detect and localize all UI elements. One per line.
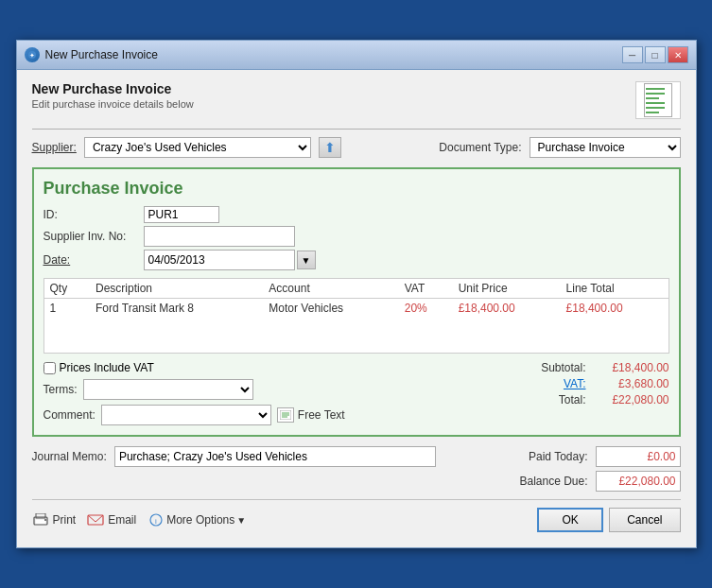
title-bar-left: ✦ New Purchase Invoice — [25, 47, 158, 62]
col-qty: Qty — [44, 279, 90, 299]
email-icon — [87, 513, 104, 527]
balance-due-input[interactable] — [596, 471, 681, 492]
journal-section: Journal Memo: Paid Today: Balance Due: — [32, 446, 681, 492]
svg-point-9 — [44, 519, 46, 521]
header-divider — [32, 129, 681, 130]
comment-select[interactable] — [101, 405, 271, 425]
ok-button[interactable]: OK — [537, 508, 603, 532]
subtotal-label: Subtotal: — [530, 361, 586, 374]
terms-row: Terms: — [43, 379, 345, 400]
svg-text:i: i — [155, 517, 157, 526]
comment-label: Comment: — [43, 408, 96, 422]
invoice-fields: ID: PUR1 Supplier Inv. No: Date: ▼ — [43, 206, 669, 270]
minimize-button[interactable]: ─ — [622, 46, 643, 63]
paid-today-label: Paid Today: — [529, 450, 588, 463]
doc-type-section: Document Type: Purchase Invoice — [439, 137, 680, 158]
page-header: New Purchase Invoice Edit purchase invoi… — [32, 81, 681, 119]
page-title: New Purchase Invoice — [32, 81, 194, 96]
paid-balance-section: Paid Today: Balance Due: — [519, 446, 680, 492]
svg-rect-7 — [36, 520, 45, 524]
doc-type-select[interactable]: Purchase Invoice — [530, 137, 681, 158]
invoice-table-wrap: Qty Description Account VAT Unit Price L… — [43, 278, 669, 354]
subtotal-value: £18,400.00 — [594, 361, 669, 374]
journal-input[interactable] — [114, 446, 436, 467]
icon-line-3 — [646, 97, 659, 99]
col-account: Account — [263, 279, 398, 299]
invoice-title: Purchase Invoice — [43, 179, 669, 199]
invoice-bottom-right: Subtotal: £18,400.00 VAT: £3,680.00 Tota… — [530, 361, 669, 406]
invoice-table: Qty Description Account VAT Unit Price L… — [44, 279, 669, 318]
supplier-inv-input[interactable] — [144, 226, 295, 247]
terms-select[interactable] — [83, 379, 253, 400]
paid-today-row: Paid Today: — [529, 446, 681, 467]
title-bar: ✦ New Purchase Invoice ─ □ ✕ — [17, 41, 696, 70]
page-subtitle: Edit purchase invoice details below — [32, 98, 194, 110]
date-input[interactable] — [144, 250, 295, 270]
table-body: 1 Ford Transit Mark 8 Motor Vehicles 20%… — [44, 299, 669, 319]
document-icon — [635, 81, 681, 119]
vat-label[interactable]: VAT: — [530, 377, 586, 390]
more-options-label: More Options — [166, 513, 234, 527]
date-label: Date: — [43, 253, 138, 267]
total-row: Total: £22,080.00 — [530, 393, 669, 406]
prices-include-vat-row: Prices Include VAT — [43, 361, 345, 374]
window-controls: ─ □ ✕ — [622, 46, 688, 63]
journal-label: Journal Memo: — [32, 450, 107, 463]
icon-lines — [646, 88, 665, 113]
doc-type-label: Document Type: — [439, 141, 521, 154]
paid-today-input[interactable] — [596, 446, 681, 467]
cell-vat: 20% — [399, 299, 453, 319]
cell-account: Motor Vehicles — [263, 299, 398, 319]
supplier-inv-row: Supplier Inv. No: — [43, 226, 669, 247]
date-picker-button[interactable]: ▼ — [297, 251, 316, 269]
date-row: Date: ▼ — [43, 250, 669, 270]
email-label: Email — [108, 513, 136, 527]
maximize-button[interactable]: □ — [645, 46, 666, 63]
footer-left: Print Email i More Options ▼ — [32, 513, 247, 527]
svg-text:✦: ✦ — [29, 52, 35, 59]
vat-value: £3,680.00 — [594, 377, 669, 390]
table-row: 1 Ford Transit Mark 8 Motor Vehicles 20%… — [44, 299, 669, 319]
id-row: ID: PUR1 — [43, 206, 669, 223]
cancel-button[interactable]: Cancel — [609, 508, 680, 532]
print-label: Print — [53, 513, 77, 527]
balance-due-label: Balance Due: — [519, 475, 587, 488]
close-button[interactable]: ✕ — [668, 46, 688, 63]
invoice-box: Purchase Invoice ID: PUR1 Supplier Inv. … — [32, 167, 681, 437]
invoice-bottom: Prices Include VAT Terms: Comment: — [43, 361, 669, 425]
vat-row: VAT: £3,680.00 — [530, 377, 669, 390]
prices-include-vat-checkbox[interactable] — [43, 362, 56, 374]
icon-line-1 — [646, 88, 665, 90]
more-options-button[interactable]: i More Options ▼ — [148, 513, 246, 527]
comment-row: Comment: Free Text — [43, 405, 345, 425]
more-options-arrow: ▼ — [236, 515, 246, 526]
table-header: Qty Description Account VAT Unit Price L… — [44, 279, 669, 299]
main-window: ✦ New Purchase Invoice ─ □ ✕ New Purchas… — [16, 40, 697, 548]
col-unit-price: Unit Price — [453, 279, 561, 299]
col-description: Description — [90, 279, 263, 299]
free-text-button[interactable]: Free Text — [277, 407, 345, 423]
email-button[interactable]: Email — [87, 513, 136, 527]
col-vat: VAT — [399, 279, 453, 299]
header-text: New Purchase Invoice Edit purchase invoi… — [32, 81, 194, 110]
subtotal-row: Subtotal: £18,400.00 — [530, 361, 669, 374]
supplier-inv-label: Supplier Inv. No: — [43, 230, 138, 243]
col-line-total: Line Total — [561, 279, 669, 299]
invoice-bottom-left: Prices Include VAT Terms: Comment: — [43, 361, 345, 425]
supplier-select[interactable]: Crazy Joe's Used Vehicles — [84, 137, 311, 158]
print-button[interactable]: Print — [32, 513, 77, 527]
footer-right: OK Cancel — [537, 508, 680, 532]
journal-row: Journal Memo: — [32, 446, 436, 467]
date-input-wrap: ▼ — [144, 250, 316, 270]
supplier-lookup-button[interactable]: ⬆ — [319, 137, 341, 158]
id-value: PUR1 — [144, 206, 219, 223]
icon-line-4 — [646, 102, 665, 104]
footer: Print Email i More Options ▼ OK — [32, 499, 681, 536]
total-value: £22,080.00 — [594, 393, 669, 406]
terms-label: Terms: — [43, 383, 78, 396]
cell-line-total: £18,400.00 — [561, 299, 669, 319]
prices-include-vat-label: Prices Include VAT — [60, 361, 154, 374]
icon-line-2 — [646, 93, 665, 95]
content-area: New Purchase Invoice Edit purchase invoi… — [17, 70, 696, 547]
free-text-icon — [277, 407, 294, 423]
